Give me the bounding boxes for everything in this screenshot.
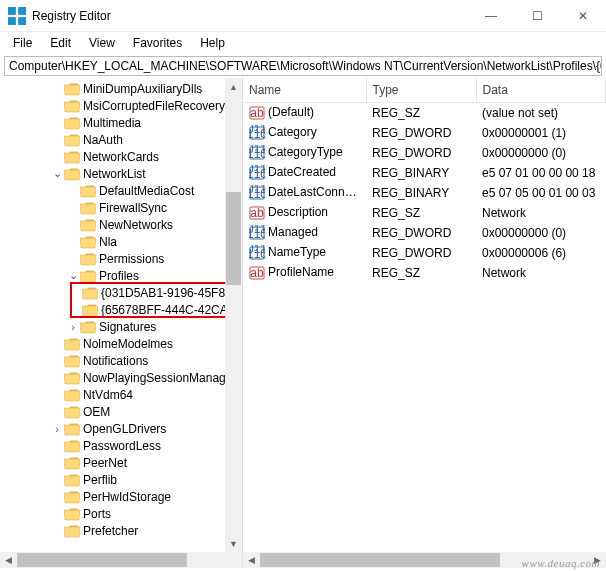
tree-item[interactable]: NtVdm64 xyxy=(2,386,242,403)
col-name[interactable]: Name xyxy=(243,78,366,102)
col-data[interactable]: Data xyxy=(476,78,606,102)
tree-item-label: NewNetworks xyxy=(99,218,173,232)
tree-item[interactable]: NolmeModelmes xyxy=(2,335,242,352)
value-data: 0x00000000 (0) xyxy=(476,143,606,163)
menu-file[interactable]: File xyxy=(4,34,41,52)
col-type[interactable]: Type xyxy=(366,78,476,102)
svg-rect-0 xyxy=(8,7,16,15)
expand-collapse-icon[interactable]: ⌄ xyxy=(50,167,64,180)
tree-item-label: {65678BFF-444C-42CA-B9 xyxy=(101,303,242,317)
value-data: 0x00000006 (6) xyxy=(476,243,606,263)
tree-item[interactable]: ⌄NetworkList xyxy=(2,165,242,182)
tree-scrollbar-horizontal[interactable]: ◀ ▶ xyxy=(0,552,242,568)
tree-item[interactable]: Perflib xyxy=(2,471,242,488)
folder-icon xyxy=(64,439,80,453)
value-name-cell: 011110Managed xyxy=(243,223,366,243)
folder-icon xyxy=(80,235,96,249)
string-value-icon: ab xyxy=(249,105,265,121)
table-row[interactable]: 011110NameTypeREG_DWORD0x00000006 (6) xyxy=(243,243,606,263)
list-scroll-thumb-h[interactable] xyxy=(260,553,500,567)
tree-item-label: Prefetcher xyxy=(83,524,138,538)
tree-item-label: FirewallSync xyxy=(99,201,167,215)
table-row[interactable]: 011110DateLastConnec...REG_BINARYe5 07 0… xyxy=(243,183,606,203)
watermark: www.deuaq.com xyxy=(522,557,600,569)
tree-scrollbar-vertical[interactable]: ▲ ▼ xyxy=(225,78,242,552)
value-data: 0x00000001 (1) xyxy=(476,123,606,143)
tree-item[interactable]: NetworkCards xyxy=(2,148,242,165)
minimize-button[interactable]: — xyxy=(468,0,514,31)
tree-item[interactable]: {65678BFF-444C-42CA-B9 xyxy=(2,301,242,318)
menu-edit[interactable]: Edit xyxy=(41,34,80,52)
expand-icon[interactable]: › xyxy=(66,321,80,333)
table-row[interactable]: ab(Default)REG_SZ(value not set) xyxy=(243,102,606,123)
tree-item[interactable]: ›OpenGLDrivers xyxy=(2,420,242,437)
folder-icon xyxy=(64,456,80,470)
svg-text:110: 110 xyxy=(249,167,265,181)
tree-item[interactable]: ⌄Profiles xyxy=(2,267,242,284)
tree-item[interactable]: PeerNet xyxy=(2,454,242,471)
window-buttons: — ☐ ✕ xyxy=(468,0,606,31)
tree-pane: MiniDumpAuxiliaryDllsMsiCorruptedFileRec… xyxy=(0,78,243,568)
tree-item-label: PasswordLess xyxy=(83,439,161,453)
table-row[interactable]: abProfileNameREG_SZNetwork xyxy=(243,263,606,283)
tree-scroll-thumb-v[interactable] xyxy=(226,192,241,285)
table-row[interactable]: 011110CategoryTypeREG_DWORD0x00000000 (0… xyxy=(243,143,606,163)
address-bar[interactable]: Computer\HKEY_LOCAL_MACHINE\SOFTWARE\Mic… xyxy=(4,56,602,76)
value-name: NameType xyxy=(268,245,326,259)
table-row[interactable]: 011110DateCreatedREG_BINARYe5 07 01 00 0… xyxy=(243,163,606,183)
tree-item[interactable]: Nla xyxy=(2,233,242,250)
table-row[interactable]: 011110ManagedREG_DWORD0x00000000 (0) xyxy=(243,223,606,243)
scroll-left-arrow-icon[interactable]: ◀ xyxy=(243,552,260,568)
tree-item[interactable]: Notifications xyxy=(2,352,242,369)
menu-favorites[interactable]: Favorites xyxy=(124,34,191,52)
tree-item[interactable]: MsiCorruptedFileRecovery xyxy=(2,97,242,114)
tree-item[interactable]: OEM xyxy=(2,403,242,420)
address-text: Computer\HKEY_LOCAL_MACHINE\SOFTWARE\Mic… xyxy=(9,59,602,73)
value-data: e5 07 05 00 01 00 03 xyxy=(476,183,606,203)
tree-item[interactable]: NewNetworks xyxy=(2,216,242,233)
tree-item[interactable]: DefaultMediaCost xyxy=(2,182,242,199)
tree-item[interactable]: Prefetcher xyxy=(2,522,242,539)
scroll-down-arrow-icon[interactable]: ▼ xyxy=(225,535,242,552)
tree-item[interactable]: NowPlayingSessionManager xyxy=(2,369,242,386)
app-icon xyxy=(8,7,26,25)
tree-item-label: Notifications xyxy=(83,354,148,368)
folder-icon xyxy=(80,252,96,266)
string-value-icon: ab xyxy=(249,205,265,221)
folder-icon xyxy=(80,269,96,283)
folder-icon xyxy=(82,303,98,317)
tree-item[interactable]: FirewallSync xyxy=(2,199,242,216)
main-panes: MiniDumpAuxiliaryDllsMsiCorruptedFileRec… xyxy=(0,78,606,568)
svg-text:110: 110 xyxy=(249,147,265,161)
tree-item[interactable]: Multimedia xyxy=(2,114,242,131)
value-name: (Default) xyxy=(268,105,314,119)
expand-icon[interactable]: › xyxy=(50,423,64,435)
binary-value-icon: 011110 xyxy=(249,165,265,181)
folder-icon xyxy=(64,473,80,487)
scroll-left-arrow-icon[interactable]: ◀ xyxy=(0,552,17,568)
tree-item-label: Ports xyxy=(83,507,111,521)
tree-item[interactable]: ›Signatures xyxy=(2,318,242,335)
string-value-icon: ab xyxy=(249,265,265,281)
tree-item[interactable]: PasswordLess xyxy=(2,437,242,454)
tree-item[interactable]: NaAuth xyxy=(2,131,242,148)
menu-view[interactable]: View xyxy=(80,34,124,52)
tree-item[interactable]: PerHwIdStorage xyxy=(2,488,242,505)
maximize-button[interactable]: ☐ xyxy=(514,0,560,31)
window-title: Registry Editor xyxy=(32,9,468,23)
table-row[interactable]: abDescriptionREG_SZNetwork xyxy=(243,203,606,223)
tree-item[interactable]: MiniDumpAuxiliaryDlls xyxy=(2,80,242,97)
close-button[interactable]: ✕ xyxy=(560,0,606,31)
value-name: DateCreated xyxy=(268,165,336,179)
tree-item-label: NtVdm64 xyxy=(83,388,133,402)
value-name-cell: 011110DateCreated xyxy=(243,163,366,183)
tree-item[interactable]: {031D5AB1-9196-45F8-B00 xyxy=(2,284,242,301)
svg-text:ab: ab xyxy=(250,266,264,280)
tree-item[interactable]: Permissions xyxy=(2,250,242,267)
scroll-up-arrow-icon[interactable]: ▲ xyxy=(225,78,242,95)
table-row[interactable]: 011110CategoryREG_DWORD0x00000001 (1) xyxy=(243,123,606,143)
menu-help[interactable]: Help xyxy=(191,34,234,52)
tree-item[interactable]: Ports xyxy=(2,505,242,522)
expand-collapse-icon[interactable]: ⌄ xyxy=(66,269,80,282)
tree-scroll-thumb-h[interactable] xyxy=(17,553,187,567)
